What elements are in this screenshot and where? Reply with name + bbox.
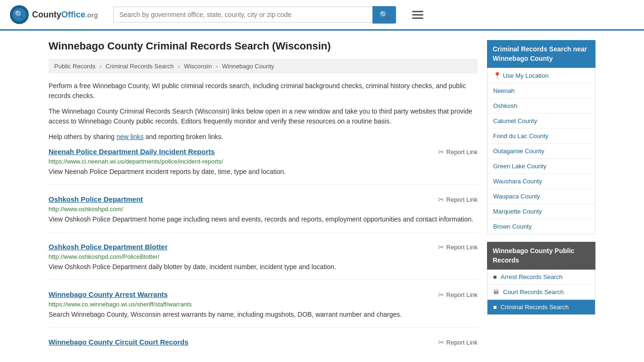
criminal-icon: ■ [493, 304, 497, 311]
sidebar-nearby-oshkosh-link[interactable]: Oshkosh [487, 99, 595, 113]
sidebar-nearby-neenah-link[interactable]: Neenah [487, 83, 595, 98]
svg-text:🔍: 🔍 [15, 10, 24, 19]
sidebar-nearby-waushara: Waushara County [487, 174, 595, 189]
report-icon-2: ✂ [438, 243, 444, 252]
report-link-label-2: Report Link [446, 244, 478, 251]
menu-bar-3 [412, 17, 423, 19]
record-link-1[interactable]: Oshkosh Police Department [49, 195, 143, 203]
sidebar-use-location-link[interactable]: 📍 Use My Location [487, 68, 595, 83]
record-title-row-4: Winnebago County Circuit Court Records ✂… [49, 338, 478, 347]
record-title-1: Oshkosh Police Department [49, 195, 143, 203]
record-url-1: http://www.oshkoshpd.com/ [49, 206, 478, 213]
sidebar-nearby-fonddulac-link[interactable]: Fond du Lac County [487, 129, 595, 143]
sidebar-nearby-waupaca-link[interactable]: Waupaca County [487, 189, 595, 204]
sidebar-criminal-records: ■ Criminal Records Search [487, 300, 595, 314]
report-link-button-0[interactable]: ✂ Report Link [438, 148, 478, 156]
sidebar-arrest-link[interactable]: ■ Arrest Records Search [487, 270, 595, 284]
sidebar-nearby-neenah: Neenah [487, 83, 595, 99]
court-icon: 🏛 [493, 288, 499, 296]
sidebar-nearby-calumet-link[interactable]: Calumet County [487, 114, 595, 128]
sidebar-court-label: Court Records Search [503, 288, 564, 296]
desc-para3-prefix: Help others by sharing [49, 133, 116, 140]
desc-para2: The Winnebago County Criminal Records Se… [49, 107, 478, 126]
new-links-link[interactable]: new links [116, 133, 144, 140]
report-icon-4: ✂ [438, 338, 444, 347]
sidebar-records-list: ■ Arrest Records Search 🏛 Court Records … [487, 270, 595, 315]
sidebar-nearby-outagamie: Outagamie County [487, 144, 595, 159]
record-title-4: Winnebago County Circuit Court Records [49, 338, 189, 346]
report-link-button-2[interactable]: ✂ Report Link [438, 243, 478, 252]
logo-area: 🔍 CountyOffice.org [9, 5, 104, 25]
record-entry-1: Oshkosh Police Department ✂ Report Link … [49, 195, 478, 232]
record-entry-2: Oshkosh Police Department Blotter ✂ Repo… [49, 243, 478, 280]
sidebar-nearby-greenlake-link[interactable]: Green Lake County [487, 159, 595, 173]
main-layout: Winnebago County Criminal Records Search… [39, 31, 605, 362]
breadcrumb-public-records[interactable]: Public Records [54, 63, 95, 70]
logo-icon: 🔍 [9, 5, 29, 25]
report-link-label-0: Report Link [446, 148, 478, 156]
sidebar-nearby-brown-link[interactable]: Brown County [487, 219, 595, 234]
record-title-row-1: Oshkosh Police Department ✂ Report Link [49, 195, 478, 204]
breadcrumb: Public Records › Criminal Records Search… [49, 59, 478, 74]
record-title-row-3: Winnebago County Arrest Warrants ✂ Repor… [49, 290, 478, 299]
sidebar-nearby-title: Criminal Records Search near Winnebago C… [487, 40, 595, 68]
record-desc-2: View Oshkosh Police Department daily blo… [49, 262, 478, 272]
menu-button[interactable] [410, 9, 425, 21]
desc-para1: Perform a free Winnebago County, WI publ… [49, 81, 478, 101]
search-bar-container: 🔍 [113, 6, 396, 24]
sidebar-criminal-label: Criminal Records Search [501, 304, 569, 311]
sidebar-nearby-brown: Brown County [487, 219, 595, 234]
sidebar-nearby-marquette: Marquette County [487, 204, 595, 219]
record-link-3[interactable]: Winnebago County Arrest Warrants [49, 290, 168, 298]
record-desc-3: Search Winnebago County, Wisconsin arres… [49, 310, 478, 320]
sidebar-public-records-title: Winnebago County Public Records [487, 242, 595, 270]
record-title-3: Winnebago County Arrest Warrants [49, 290, 168, 298]
report-link-button-3[interactable]: ✂ Report Link [438, 290, 478, 299]
search-button[interactable]: 🔍 [372, 6, 396, 24]
sidebar-use-location-label: Use My Location [503, 72, 549, 79]
record-entry-4: Winnebago County Circuit Court Records ✂… [49, 338, 478, 354]
breadcrumb-wisconsin[interactable]: Wisconsin [184, 63, 212, 70]
report-link-label-1: Report Link [446, 196, 478, 203]
record-link-2[interactable]: Oshkosh Police Department Blotter [49, 243, 168, 251]
bc-sep-1: › [99, 63, 101, 70]
record-link-0[interactable]: Neenah Police Department Daily Incident … [49, 148, 215, 156]
desc-para3: Help others by sharing new links and rep… [49, 132, 478, 142]
record-url-0: https://www.ci.neenah.wi.us/departments/… [49, 158, 478, 165]
location-icon: 📍 [493, 72, 501, 79]
sidebar-use-location: 📍 Use My Location [487, 68, 595, 83]
record-link-4[interactable]: Winnebago County Circuit Court Records [49, 338, 189, 346]
sidebar-nearby-fonddulac: Fond du Lac County [487, 129, 595, 144]
report-icon-0: ✂ [438, 148, 444, 156]
sidebar-nearby-waupaca: Waupaca County [487, 189, 595, 204]
menu-bar-2 [412, 14, 423, 16]
record-entry-0: Neenah Police Department Daily Incident … [49, 148, 478, 185]
sidebar-nearby-calumet: Calumet County [487, 114, 595, 129]
sidebar-nearby-marquette-link[interactable]: Marquette County [487, 204, 595, 219]
record-url-3: https://www.co.winnebago.wi.us/sheriff/s… [49, 301, 478, 308]
report-link-button-1[interactable]: ✂ Report Link [438, 195, 478, 204]
logo-text: CountyOffice.org [32, 10, 98, 20]
record-desc-1: View Oshkosh Police Department home page… [49, 214, 478, 224]
report-link-button-4[interactable]: ✂ Report Link [438, 338, 478, 347]
sidebar: Criminal Records Search near Winnebago C… [487, 40, 595, 362]
sidebar-court-link[interactable]: 🏛 Court Records Search [487, 285, 595, 299]
menu-bar-1 [412, 11, 423, 12]
sidebar-criminal-link[interactable]: ■ Criminal Records Search [487, 300, 595, 314]
record-title-2: Oshkosh Police Department Blotter [49, 243, 168, 251]
bc-sep-2: › [178, 63, 180, 70]
breadcrumb-winnebago-county[interactable]: Winnebago County [222, 63, 274, 70]
record-title-0: Neenah Police Department Daily Incident … [49, 148, 215, 156]
arrest-icon: ■ [493, 273, 497, 280]
record-title-row-0: Neenah Police Department Daily Incident … [49, 148, 478, 156]
search-input[interactable] [113, 7, 372, 23]
sidebar-nearby-oshkosh: Oshkosh [487, 99, 595, 114]
header: 🔍 CountyOffice.org 🔍 [0, 0, 644, 31]
sidebar-nearby-waushara-link[interactable]: Waushara County [487, 174, 595, 189]
sidebar-arrest-records: ■ Arrest Records Search [487, 270, 595, 285]
sidebar-nearby-outagamie-link[interactable]: Outagamie County [487, 144, 595, 158]
breadcrumb-criminal-records-search[interactable]: Criminal Records Search [106, 63, 174, 70]
page-title: Winnebago County Criminal Records Search… [49, 40, 478, 52]
sidebar-court-records: 🏛 Court Records Search [487, 285, 595, 300]
sidebar-nearby-greenlake: Green Lake County [487, 159, 595, 174]
